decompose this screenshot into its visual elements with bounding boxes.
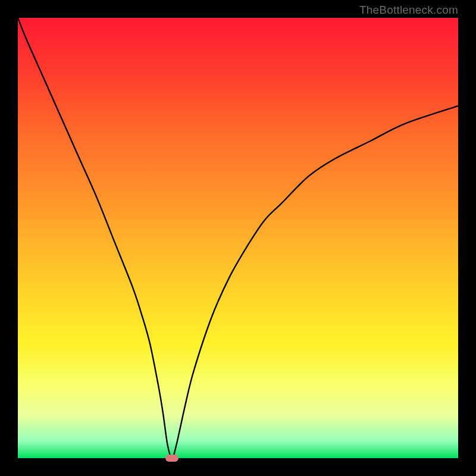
- chart-frame: TheBottleneck.com: [0, 0, 476, 476]
- bottleneck-curve: [18, 18, 458, 458]
- attribution-text: TheBottleneck.com: [359, 4, 458, 17]
- curve-svg: [18, 18, 458, 458]
- minimum-marker: [165, 455, 178, 462]
- plot-area: [18, 18, 458, 458]
